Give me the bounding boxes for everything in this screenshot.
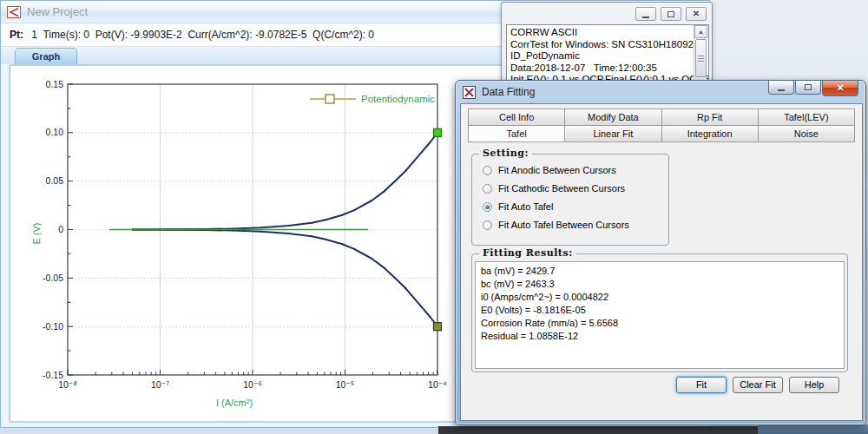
result-line-i0: i0 (Amps/cm^2~) = 0.0004822 [481, 291, 838, 304]
minimize-icon [778, 89, 785, 91]
radio-fit-auto-tafel[interactable]: Fit Auto Tafel [483, 201, 629, 212]
result-line-corrosion-rate: Corrosion Rate (mm/a) = 5.6568 [481, 317, 838, 330]
status-pt-label: Pt: [10, 29, 23, 41]
maximize-icon [667, 11, 674, 17]
tab-tafel-lev[interactable]: Tafel(LEV) [758, 108, 855, 126]
data-fitting-dialog: Data Fitting ✕ Cell Info Modify Data Rp … [455, 80, 866, 425]
main-window-title: New Project [27, 5, 88, 18]
svg-text:10⁻⁸: 10⁻⁸ [58, 379, 77, 390]
svg-text:-0.15: -0.15 [43, 370, 63, 380]
svg-text:-0.10: -0.10 [43, 321, 63, 332]
info-line: CorrTest for Windows: SN CS310H1809292 [510, 39, 705, 49]
scroll-up-icon[interactable]: ▲ [694, 25, 707, 38]
svg-text:10⁻⁷: 10⁻⁷ [151, 379, 169, 390]
tab-linear-fit[interactable]: Linear Fit [564, 125, 661, 142]
info-line: Data:2018-12-07 Time:12:00:35 [510, 62, 657, 73]
svg-text:Potentiodynamic: Potentiodynamic [361, 94, 435, 104]
radio-icon [483, 166, 492, 175]
tab-integration[interactable]: Integration [661, 125, 759, 142]
svg-text:10⁻⁴: 10⁻⁴ [428, 379, 447, 390]
radio-fit-anodic[interactable]: Fit Anodic Between Cursors [483, 165, 629, 175]
taskbar-shadow-strip [438, 426, 760, 434]
dialog-title: Data Fitting [482, 86, 535, 98]
scroll-thumb[interactable] [695, 39, 707, 77]
dialog-maximize-button[interactable] [795, 81, 821, 95]
background-window-edge [758, 424, 868, 434]
svg-text:0.10: 0.10 [46, 127, 64, 137]
help-button[interactable]: Help [789, 377, 839, 393]
tab-cell-info[interactable]: Cell Info [468, 108, 565, 126]
close-icon: ✕ [693, 10, 700, 18]
info-line: ID_PotDynamic [510, 50, 580, 61]
minimize-icon [642, 16, 649, 18]
status-values: 1 Time(s): 0 Pot(V): -9.9903E-2 Curr(A/c… [29, 29, 374, 41]
screen: New Project Pt: 1 Time(s): 0 Pot(V): -9.… [0, 0, 868, 434]
tab-graph[interactable]: Graph [15, 48, 77, 64]
result-line-ba: ba (mV) = 2429.7 [481, 265, 838, 278]
tab-noise[interactable]: Noise [758, 125, 855, 142]
maximize-button[interactable] [661, 7, 681, 21]
dialog-window-buttons: ✕ [768, 81, 858, 96]
clear-fit-button[interactable]: Clear Fit [733, 377, 783, 393]
radio-icon [483, 184, 492, 194]
dialog-content: Cell Info Modify Data Rp Fit Tafel(LEV) … [460, 103, 863, 421]
result-line-residual: Residual = 1.0858E-12 [481, 330, 838, 343]
corrtest-dialog-icon [463, 86, 476, 99]
fitting-results-listbox[interactable]: ba (mV) = 2429.7 bc (mV) = 2463.3 i0 (Am… [475, 261, 845, 369]
dialog-minimize-button[interactable] [768, 81, 794, 95]
info-line: CORRW ASCII [510, 27, 577, 37]
radio-fit-auto-tafel-cursors[interactable]: Fit Auto Tafel Between Cursors [483, 220, 629, 230]
info-window-buttons: ✕ [635, 7, 707, 21]
dialog-button-row: Fit Clear Fit Help [461, 377, 862, 394]
svg-text:-0.05: -0.05 [43, 273, 63, 283]
radio-group: Fit Anodic Between Cursors Fit Cathodic … [483, 165, 629, 230]
close-icon: ✕ [836, 82, 844, 94]
tab-row-1: Cell Info Modify Data Rp Fit Tafel(LEV) [468, 108, 855, 126]
maximize-icon [805, 84, 812, 90]
svg-text:E (V): E (V) [31, 222, 42, 244]
dialog-close-button[interactable]: ✕ [822, 81, 858, 96]
svg-text:0.05: 0.05 [46, 175, 64, 186]
svg-text:0: 0 [58, 224, 63, 234]
fit-button[interactable]: Fit [676, 377, 727, 393]
tab-modify-data[interactable]: Modify Data [564, 108, 661, 126]
minimize-button[interactable] [635, 7, 656, 21]
dialog-tabs: Cell Info Modify Data Rp Fit Tafel(LEV) … [468, 108, 855, 142]
fitting-results-label: Fitting Results: [479, 247, 576, 259]
setting-groupbox: Setting: Fit Anodic Between Cursors Fit … [471, 154, 669, 246]
radio-icon [483, 220, 492, 230]
svg-text:I (A/cm²): I (A/cm²) [216, 398, 253, 408]
svg-text:10⁻⁶: 10⁻⁶ [243, 379, 262, 390]
tab-rp-fit[interactable]: Rp Fit [661, 108, 759, 126]
tab-tafel[interactable]: Tafel [468, 125, 565, 142]
result-line-e0: E0 (Volts) = -8.1816E-05 [481, 304, 838, 317]
tab-row-2: Tafel Linear Fit Integration Noise [468, 126, 855, 142]
corrtest-app-icon [7, 6, 21, 18]
result-line-bc: bc (mV) = 2463.3 [481, 278, 838, 291]
fitting-results-groupbox: Fitting Results: ba (mV) = 2429.7 bc (mV… [471, 253, 848, 372]
svg-text:0.15: 0.15 [46, 79, 64, 89]
radio-fit-cathodic[interactable]: Fit Cathodic Between Cursors [483, 183, 629, 194]
radio-icon [483, 202, 492, 212]
setting-label: Setting: [479, 148, 532, 159]
close-button[interactable]: ✕ [686, 7, 707, 21]
svg-text:10⁻⁵: 10⁻⁵ [336, 379, 355, 390]
